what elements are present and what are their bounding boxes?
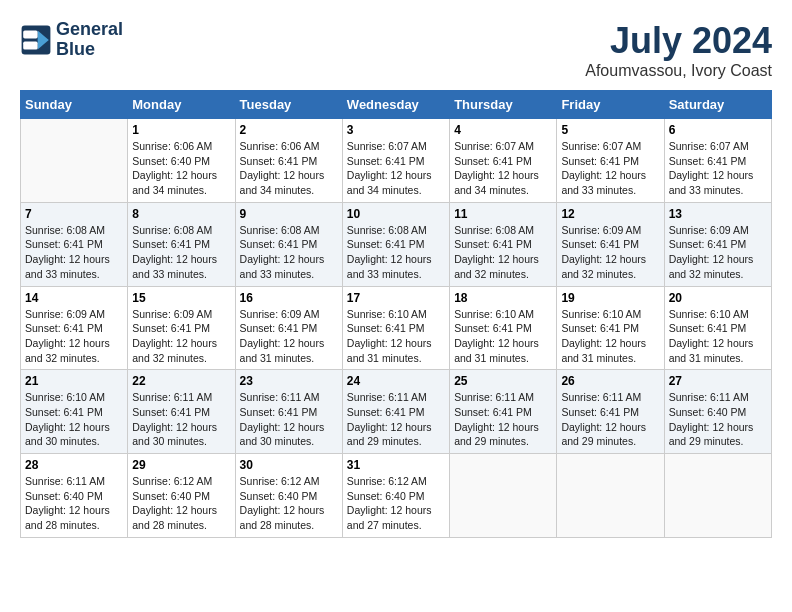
weekday-header-row: SundayMondayTuesdayWednesdayThursdayFrid… — [21, 91, 772, 119]
day-info: Sunrise: 6:11 AMSunset: 6:41 PMDaylight:… — [454, 390, 552, 449]
svg-rect-2 — [23, 30, 37, 38]
day-number: 27 — [669, 374, 767, 388]
calendar-cell: 21Sunrise: 6:10 AMSunset: 6:41 PMDayligh… — [21, 370, 128, 454]
day-info: Sunrise: 6:12 AMSunset: 6:40 PMDaylight:… — [132, 474, 230, 533]
calendar-cell: 19Sunrise: 6:10 AMSunset: 6:41 PMDayligh… — [557, 286, 664, 370]
day-info: Sunrise: 6:11 AMSunset: 6:41 PMDaylight:… — [561, 390, 659, 449]
day-info: Sunrise: 6:12 AMSunset: 6:40 PMDaylight:… — [347, 474, 445, 533]
weekday-header-monday: Monday — [128, 91, 235, 119]
day-number: 9 — [240, 207, 338, 221]
calendar-cell: 20Sunrise: 6:10 AMSunset: 6:41 PMDayligh… — [664, 286, 771, 370]
calendar-cell: 4Sunrise: 6:07 AMSunset: 6:41 PMDaylight… — [450, 119, 557, 203]
day-info: Sunrise: 6:10 AMSunset: 6:41 PMDaylight:… — [454, 307, 552, 366]
day-number: 8 — [132, 207, 230, 221]
calendar-cell: 28Sunrise: 6:11 AMSunset: 6:40 PMDayligh… — [21, 454, 128, 538]
day-number: 16 — [240, 291, 338, 305]
day-number: 10 — [347, 207, 445, 221]
day-number: 1 — [132, 123, 230, 137]
day-info: Sunrise: 6:08 AMSunset: 6:41 PMDaylight:… — [240, 223, 338, 282]
calendar-cell: 29Sunrise: 6:12 AMSunset: 6:40 PMDayligh… — [128, 454, 235, 538]
day-number: 20 — [669, 291, 767, 305]
svg-rect-3 — [23, 41, 37, 49]
calendar-cell: 1Sunrise: 6:06 AMSunset: 6:40 PMDaylight… — [128, 119, 235, 203]
day-info: Sunrise: 6:11 AMSunset: 6:40 PMDaylight:… — [25, 474, 123, 533]
day-number: 5 — [561, 123, 659, 137]
calendar-cell: 14Sunrise: 6:09 AMSunset: 6:41 PMDayligh… — [21, 286, 128, 370]
month-year: July 2024 — [585, 20, 772, 62]
calendar-cell: 7Sunrise: 6:08 AMSunset: 6:41 PMDaylight… — [21, 202, 128, 286]
week-row-5: 28Sunrise: 6:11 AMSunset: 6:40 PMDayligh… — [21, 454, 772, 538]
day-info: Sunrise: 6:08 AMSunset: 6:41 PMDaylight:… — [25, 223, 123, 282]
calendar-cell: 2Sunrise: 6:06 AMSunset: 6:41 PMDaylight… — [235, 119, 342, 203]
day-number: 3 — [347, 123, 445, 137]
day-number: 2 — [240, 123, 338, 137]
day-info: Sunrise: 6:12 AMSunset: 6:40 PMDaylight:… — [240, 474, 338, 533]
location: Afoumvassou, Ivory Coast — [585, 62, 772, 80]
calendar-cell: 30Sunrise: 6:12 AMSunset: 6:40 PMDayligh… — [235, 454, 342, 538]
weekday-header-sunday: Sunday — [21, 91, 128, 119]
day-number: 14 — [25, 291, 123, 305]
logo-line1: General — [56, 20, 123, 40]
logo-line2: Blue — [56, 40, 123, 60]
day-number: 17 — [347, 291, 445, 305]
weekday-header-thursday: Thursday — [450, 91, 557, 119]
day-info: Sunrise: 6:08 AMSunset: 6:41 PMDaylight:… — [347, 223, 445, 282]
calendar-cell: 13Sunrise: 6:09 AMSunset: 6:41 PMDayligh… — [664, 202, 771, 286]
day-number: 12 — [561, 207, 659, 221]
calendar: SundayMondayTuesdayWednesdayThursdayFrid… — [20, 90, 772, 538]
calendar-cell: 6Sunrise: 6:07 AMSunset: 6:41 PMDaylight… — [664, 119, 771, 203]
day-info: Sunrise: 6:09 AMSunset: 6:41 PMDaylight:… — [240, 307, 338, 366]
day-number: 13 — [669, 207, 767, 221]
calendar-cell — [450, 454, 557, 538]
day-number: 31 — [347, 458, 445, 472]
logo: General Blue — [20, 20, 123, 60]
calendar-cell: 8Sunrise: 6:08 AMSunset: 6:41 PMDaylight… — [128, 202, 235, 286]
day-info: Sunrise: 6:07 AMSunset: 6:41 PMDaylight:… — [454, 139, 552, 198]
day-info: Sunrise: 6:09 AMSunset: 6:41 PMDaylight:… — [561, 223, 659, 282]
day-number: 15 — [132, 291, 230, 305]
calendar-cell: 22Sunrise: 6:11 AMSunset: 6:41 PMDayligh… — [128, 370, 235, 454]
weekday-header-tuesday: Tuesday — [235, 91, 342, 119]
day-info: Sunrise: 6:10 AMSunset: 6:41 PMDaylight:… — [347, 307, 445, 366]
calendar-cell: 5Sunrise: 6:07 AMSunset: 6:41 PMDaylight… — [557, 119, 664, 203]
calendar-cell: 12Sunrise: 6:09 AMSunset: 6:41 PMDayligh… — [557, 202, 664, 286]
calendar-cell: 9Sunrise: 6:08 AMSunset: 6:41 PMDaylight… — [235, 202, 342, 286]
day-info: Sunrise: 6:09 AMSunset: 6:41 PMDaylight:… — [132, 307, 230, 366]
day-number: 4 — [454, 123, 552, 137]
day-info: Sunrise: 6:06 AMSunset: 6:41 PMDaylight:… — [240, 139, 338, 198]
calendar-cell: 31Sunrise: 6:12 AMSunset: 6:40 PMDayligh… — [342, 454, 449, 538]
weekday-header-saturday: Saturday — [664, 91, 771, 119]
calendar-cell: 3Sunrise: 6:07 AMSunset: 6:41 PMDaylight… — [342, 119, 449, 203]
day-number: 11 — [454, 207, 552, 221]
day-number: 26 — [561, 374, 659, 388]
calendar-cell: 17Sunrise: 6:10 AMSunset: 6:41 PMDayligh… — [342, 286, 449, 370]
weekday-header-wednesday: Wednesday — [342, 91, 449, 119]
day-number: 7 — [25, 207, 123, 221]
calendar-cell: 10Sunrise: 6:08 AMSunset: 6:41 PMDayligh… — [342, 202, 449, 286]
calendar-cell: 26Sunrise: 6:11 AMSunset: 6:41 PMDayligh… — [557, 370, 664, 454]
calendar-cell: 18Sunrise: 6:10 AMSunset: 6:41 PMDayligh… — [450, 286, 557, 370]
calendar-cell: 16Sunrise: 6:09 AMSunset: 6:41 PMDayligh… — [235, 286, 342, 370]
day-info: Sunrise: 6:11 AMSunset: 6:41 PMDaylight:… — [132, 390, 230, 449]
calendar-cell: 25Sunrise: 6:11 AMSunset: 6:41 PMDayligh… — [450, 370, 557, 454]
day-info: Sunrise: 6:08 AMSunset: 6:41 PMDaylight:… — [454, 223, 552, 282]
calendar-cell: 27Sunrise: 6:11 AMSunset: 6:40 PMDayligh… — [664, 370, 771, 454]
day-info: Sunrise: 6:08 AMSunset: 6:41 PMDaylight:… — [132, 223, 230, 282]
day-info: Sunrise: 6:10 AMSunset: 6:41 PMDaylight:… — [669, 307, 767, 366]
day-number: 24 — [347, 374, 445, 388]
day-info: Sunrise: 6:11 AMSunset: 6:41 PMDaylight:… — [240, 390, 338, 449]
logo-icon — [20, 24, 52, 56]
day-info: Sunrise: 6:11 AMSunset: 6:41 PMDaylight:… — [347, 390, 445, 449]
day-number: 30 — [240, 458, 338, 472]
title-area: July 2024 Afoumvassou, Ivory Coast — [585, 20, 772, 80]
day-number: 23 — [240, 374, 338, 388]
day-info: Sunrise: 6:10 AMSunset: 6:41 PMDaylight:… — [561, 307, 659, 366]
day-info: Sunrise: 6:07 AMSunset: 6:41 PMDaylight:… — [561, 139, 659, 198]
calendar-cell — [664, 454, 771, 538]
day-number: 28 — [25, 458, 123, 472]
calendar-cell: 23Sunrise: 6:11 AMSunset: 6:41 PMDayligh… — [235, 370, 342, 454]
calendar-cell — [557, 454, 664, 538]
day-number: 25 — [454, 374, 552, 388]
day-number: 19 — [561, 291, 659, 305]
day-info: Sunrise: 6:07 AMSunset: 6:41 PMDaylight:… — [347, 139, 445, 198]
